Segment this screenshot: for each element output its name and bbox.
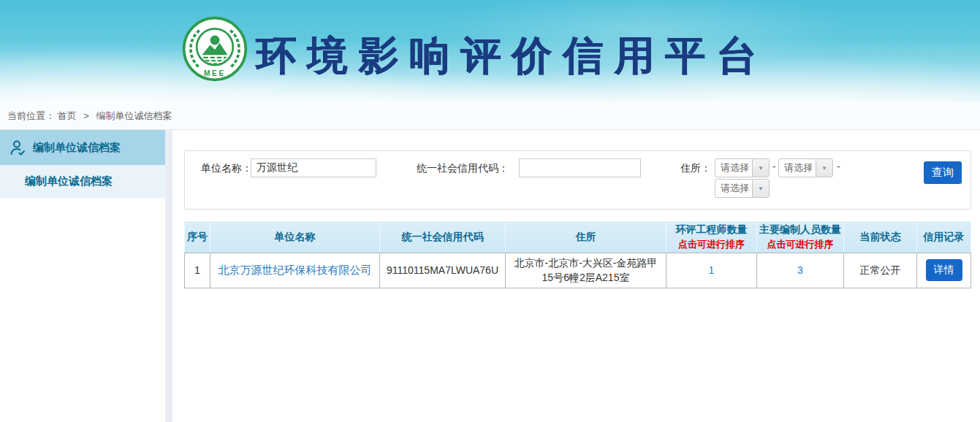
sort-hint: 点击可进行排序: [759, 238, 842, 251]
header-unit-name: 单位名称: [210, 222, 380, 253]
user-check-icon: [9, 139, 26, 156]
cell-address: 北京市-北京市-大兴区-金苑路甲15号6幢2层A215室: [506, 253, 666, 288]
mee-logo-text: MEE: [204, 69, 226, 77]
breadcrumb: 当前位置： 首页 > 编制单位诚信档案: [0, 102, 980, 130]
credit-code-label: 统一社会信用代码：: [417, 158, 509, 177]
company-name-link[interactable]: 北京万源世纪环保科技有限公司: [219, 264, 372, 276]
breadcrumb-current: 编制单位诚信档案: [96, 110, 172, 121]
city-select[interactable]: 请选择 ▼: [778, 158, 833, 177]
table-row: 1 北京万源世纪环保科技有限公司 91110115MA7LWUA76U 北京市-…: [185, 253, 971, 288]
header-staff-count-sortable[interactable]: 主要编制人员数量 点击可进行排序: [757, 222, 844, 253]
sidebar-subitem-label: 编制单位诚信档案: [25, 174, 113, 188]
district-select[interactable]: 请选择 ▼: [715, 179, 770, 198]
header-index: 序号: [185, 222, 210, 253]
site-header: MEE 环境影响评价信用平台: [0, 0, 980, 102]
header-staff-count-label: 主要编制人员数量: [759, 223, 841, 235]
header-credit-code: 统一社会信用代码: [380, 222, 506, 253]
header-status: 当前状态: [844, 222, 917, 253]
address-separator: -: [837, 161, 840, 172]
address-label: 住所：: [680, 158, 711, 177]
unit-name-label: 单位名称：: [201, 158, 252, 177]
header-credit-record: 信用记录: [917, 222, 971, 253]
breadcrumb-separator: >: [83, 110, 89, 121]
header-engineer-count-sortable[interactable]: 环评工程师数量 点击可进行排序: [666, 222, 757, 253]
header-engineer-count-label: 环评工程师数量: [676, 223, 748, 235]
search-panel: 单位名称： 统一社会信用代码： 住所： 请选择 ▼ - 请选择 ▼ - 请选择 …: [184, 150, 971, 210]
page: MEE 环境影响评价信用平台 当前位置： 首页 > 编制单位诚信档案 编制单位诚…: [0, 0, 980, 422]
sidebar-item-unit-credit-archive[interactable]: 编制单位诚信档案: [0, 130, 165, 165]
chevron-down-icon: ▼: [816, 159, 832, 177]
results-table: 序号 单位名称 统一社会信用代码 住所 环评工程师数量 点击可进行排序 主要编制…: [184, 221, 971, 288]
breadcrumb-label: 当前位置：: [7, 110, 55, 121]
header-address: 住所: [506, 222, 666, 253]
cell-status: 正常公开: [844, 253, 917, 288]
staff-count-link[interactable]: 3: [797, 264, 803, 276]
sidebar-divider: [165, 130, 172, 422]
chevron-down-icon: ▼: [752, 159, 769, 177]
sidebar-item-label: 编制单位诚信档案: [33, 141, 121, 155]
detail-button[interactable]: 详情: [926, 259, 962, 281]
mee-logo: MEE: [181, 15, 248, 83]
unit-name-input[interactable]: [251, 158, 376, 177]
credit-code-input[interactable]: [519, 158, 641, 177]
sidebar: 编制单位诚信档案 编制单位诚信档案: [0, 130, 165, 422]
content-area: 编制单位诚信档案 编制单位诚信档案 单位名称： 统一社会信用代码： 住所： 请选…: [0, 130, 980, 422]
mee-logo-graphic: MEE: [181, 15, 248, 83]
address-separator: -: [772, 161, 776, 172]
province-select-value: 请选择: [715, 159, 752, 177]
city-select-value: 请选择: [779, 159, 816, 177]
chevron-down-icon: ▼: [752, 180, 769, 197]
district-select-value: 请选择: [715, 180, 752, 197]
province-select[interactable]: 请选择 ▼: [715, 158, 770, 177]
engineer-count-link[interactable]: 1: [709, 264, 715, 276]
sort-hint: 点击可进行排序: [668, 238, 755, 251]
main-panel: 单位名称： 统一社会信用代码： 住所： 请选择 ▼ - 请选择 ▼ - 请选择 …: [172, 130, 980, 422]
breadcrumb-home-link[interactable]: 首页: [58, 110, 77, 121]
table-header-row: 序号 单位名称 统一社会信用代码 住所 环评工程师数量 点击可进行排序 主要编制…: [185, 222, 971, 253]
cell-credit-code: 91110115MA7LWUA76U: [380, 253, 506, 288]
site-title: 环境影响评价信用平台: [256, 29, 767, 83]
query-button[interactable]: 查询: [924, 161, 962, 184]
cell-index: 1: [185, 253, 210, 288]
sidebar-subitem-unit-credit-archive[interactable]: 编制单位诚信档案: [0, 165, 165, 198]
